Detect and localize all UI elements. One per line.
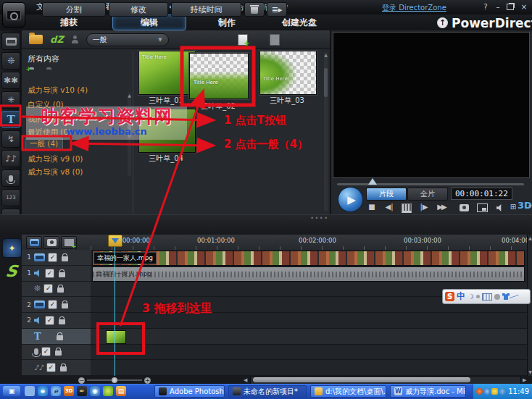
track-lock-icon[interactable] <box>60 366 67 371</box>
snapshot-button[interactable] <box>457 202 471 214</box>
punctuation-icon[interactable] <box>476 295 480 298</box>
playhead-marker[interactable] <box>108 235 122 247</box>
video-clip[interactable]: 幸福的一家人.mpg <box>92 251 525 266</box>
tray-sogou-icon[interactable] <box>476 388 483 395</box>
quicklaunch-qq-icon[interactable] <box>103 386 113 396</box>
storyboard-view-button[interactable] <box>43 236 59 249</box>
slideshow-designer-button[interactable]: S <box>4 262 18 280</box>
title-track-lane[interactable] <box>91 329 527 345</box>
timeline-vertical-scrollbar[interactable]: ▲ ▼ <box>527 235 532 376</box>
effect-room-button[interactable]: ❊ <box>1 52 20 70</box>
track-enable-checkbox[interactable]: ✓ <box>48 300 57 309</box>
music-track-lane[interactable] <box>91 360 527 376</box>
library-scrollbar[interactable]: ▲ <box>324 52 328 211</box>
audio-clip[interactable]: 幸福的一家人.mpg <box>92 266 525 282</box>
audio-mixing-room-button[interactable]: ♪♪ <box>1 150 20 167</box>
magic-tools-button[interactable]: ✦ <box>2 238 22 258</box>
hscrollbar-thumb[interactable] <box>253 377 470 382</box>
tray-app-icon[interactable] <box>484 388 491 395</box>
track-enable-checkbox[interactable]: ✓ <box>46 363 56 372</box>
help-button[interactable]: ? <box>480 1 491 12</box>
category-pd-v10[interactable]: 威力导演 v10 (4) <box>28 83 88 97</box>
transition-room-button[interactable]: ↯ <box>1 130 20 148</box>
media-room-button[interactable] <box>1 33 20 50</box>
category-pd-v9[interactable]: 威力导演 v9 (0) <box>28 152 83 166</box>
task-powerdirector[interactable]: 未命名的新项目* <box>228 385 307 398</box>
delete-button[interactable] <box>244 2 265 17</box>
volume-button[interactable] <box>493 202 507 214</box>
zoom-out-icon[interactable]: − <box>78 377 85 384</box>
track-lock-icon[interactable] <box>55 350 62 356</box>
scroll-left-icon[interactable]: ◀ <box>244 377 247 383</box>
scroll-up-icon[interactable]: ▲ <box>528 235 532 242</box>
library-filter-dropdown[interactable]: 一般 ▼ <box>86 33 169 46</box>
track-header-audio1[interactable]: 1 ✓ <box>22 266 91 282</box>
tab-capture[interactable]: 捕获 <box>43 15 94 30</box>
play-button[interactable]: ▶ <box>338 187 363 212</box>
upload-user-icon[interactable] <box>71 35 79 43</box>
new-title-button[interactable]: + <box>238 34 248 46</box>
scroll-down-icon[interactable]: ▼ <box>528 369 532 376</box>
quicklaunch-media-player-icon[interactable]: ◉ <box>90 386 100 396</box>
zoom-slider[interactable] <box>87 379 142 381</box>
maximize-button[interactable] <box>504 1 516 12</box>
copy-title-button[interactable] <box>270 34 280 46</box>
stop-button[interactable]: ■ <box>365 201 379 212</box>
tab-edit[interactable]: 编辑 <box>112 14 186 30</box>
scrollbar-thumb[interactable] <box>324 68 328 97</box>
minimize-button[interactable]: – <box>492 1 504 12</box>
audio1-track-lane[interactable]: 幸福的一家人.mpg <box>91 266 527 282</box>
quicklaunch-picture-icon[interactable]: ▤ <box>116 386 126 396</box>
quicklaunch-media-button[interactable]: ▣ <box>3 386 20 396</box>
voice-track-lane[interactable] <box>91 345 527 361</box>
track-enable-checkbox[interactable]: ✓ <box>48 253 57 262</box>
quicklaunch-3d-app-icon[interactable]: 3D <box>64 386 74 396</box>
voice-over-room-button[interactable] <box>1 169 20 187</box>
settings-wrench-icon[interactable]: ╱ <box>510 292 518 301</box>
tab-create-disc[interactable]: 创建光盘 <box>267 15 332 30</box>
category-all-content[interactable]: 所有内容 <box>28 54 59 64</box>
quicklaunch-photoshop-icon[interactable]: ✒ <box>77 386 87 396</box>
title-clip[interactable] <box>106 330 126 344</box>
track-header-title[interactable]: T <box>22 329 91 345</box>
tray-alert-shield-icon[interactable] <box>491 388 498 395</box>
account-icon[interactable] <box>494 294 500 300</box>
chinese-mode-icon[interactable]: 中 <box>457 290 465 303</box>
tray-network-icon[interactable] <box>499 388 506 395</box>
track-header-voice[interactable]: ✓ <box>22 345 91 361</box>
track-header-video2[interactable]: 2 ✓ <box>22 297 91 313</box>
track-lock-icon[interactable] <box>57 287 64 293</box>
track-lock-icon[interactable] <box>62 256 68 261</box>
add-track-button[interactable] <box>61 236 77 249</box>
thumbnail-clover-03[interactable]: Title Here <box>259 51 317 95</box>
directorzone-dz-icon[interactable]: dZ <box>50 34 64 45</box>
movie-mode-button[interactable]: 全片 <box>407 188 448 201</box>
duration-button[interactable]: 持续时间 <box>171 2 241 17</box>
task-photoshop[interactable]: Adobe Photoshop <box>154 385 225 398</box>
track-header-effect[interactable]: ❊ ✓ <box>22 282 91 298</box>
directorzone-login-link[interactable]: 登录 DirectorZone <box>382 3 446 13</box>
zoom-slider-thumb[interactable] <box>112 377 117 383</box>
quicklaunch-ie-icon[interactable]: e <box>51 386 61 396</box>
track-enable-checkbox[interactable]: ✓ <box>45 316 54 325</box>
close-button[interactable]: × <box>518 1 530 12</box>
task-explorer-folder[interactable]: d:\我的文档\桌面\... <box>310 385 386 398</box>
pip-objects-room-button[interactable]: ✱✱ <box>1 72 20 89</box>
panel-resize-handle[interactable]: •••• <box>310 214 328 222</box>
split-button[interactable]: 分割 <box>42 2 106 17</box>
track-lock-icon[interactable] <box>62 303 68 308</box>
scroll-right-icon[interactable]: ▶ <box>523 377 526 383</box>
previous-frame-button[interactable]: ◀| <box>382 201 396 212</box>
timeline-view-button[interactable] <box>26 236 42 249</box>
track-manager-button[interactable]: ≣▸ <box>267 2 287 17</box>
track-header-music[interactable]: ♪♪ ✓ <box>22 360 91 376</box>
particle-room-button[interactable]: ✳ <box>1 91 20 109</box>
track-enable-checkbox[interactable]: ✓ <box>45 269 54 278</box>
tab-produce[interactable]: 制作 <box>201 15 252 30</box>
sogou-ime-icon[interactable]: S <box>445 292 454 301</box>
track-enable-checkbox[interactable]: ✓ <box>43 284 53 293</box>
thumbnail-clover-01[interactable]: Title Here <box>138 51 196 95</box>
track-enable-checkbox[interactable]: ✓ <box>41 347 51 356</box>
track-header-audio2[interactable]: 2 ✓ <box>22 313 91 329</box>
category-pd-v8[interactable]: 威力导演 v8 (0) <box>28 165 83 179</box>
